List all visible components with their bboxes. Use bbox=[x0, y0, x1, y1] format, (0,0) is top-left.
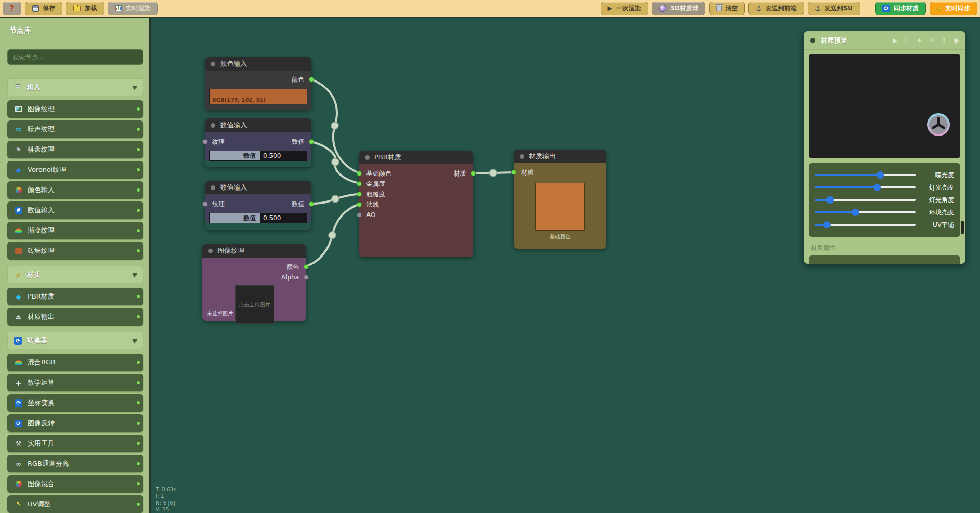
sidebar-item-checker-texture[interactable]: ⚑ 棋盘纹理 bbox=[7, 141, 143, 158]
output-port-color[interactable] bbox=[304, 264, 309, 269]
slider-track[interactable] bbox=[815, 224, 916, 226]
preview-viewport[interactable] bbox=[809, 54, 960, 158]
node-color-input[interactable]: 颜色输入 颜色 RGB(179, 102, 51) bbox=[205, 57, 311, 110]
sidebar-item-utility[interactable]: ⚒ 实用工具 bbox=[7, 435, 143, 452]
node-header[interactable]: PBR材质 bbox=[359, 151, 473, 164]
search-input[interactable] bbox=[7, 49, 143, 65]
send-su-label: 发送到SU bbox=[824, 4, 852, 13]
floppy-icon bbox=[32, 5, 39, 12]
realtime-sync-label: 实时同步 bbox=[945, 4, 970, 13]
node-image-texture[interactable]: 图像纹理 颜色 Alpha 点击上传图片 未选择图片 bbox=[202, 244, 306, 321]
slider-thumb[interactable] bbox=[826, 196, 834, 204]
property-row: 基础颜色: RGB(179, 102, 51) bbox=[815, 261, 954, 264]
sidebar-item-noise-texture[interactable]: ≈ 噪声纹理 bbox=[7, 120, 143, 138]
section-header-input[interactable]: ⏏ 输入 ▼ bbox=[7, 78, 143, 96]
sidebar-item-rgb-split[interactable]: ∞ RGB通道分离 bbox=[7, 455, 143, 473]
sidebar-item-gradient-texture[interactable]: 渐变纹理 bbox=[7, 222, 143, 239]
render-once-button[interactable]: ▶ 一次渲染 bbox=[601, 2, 648, 15]
input-port-ao[interactable] bbox=[357, 212, 362, 218]
input-port-normal[interactable] bbox=[357, 202, 362, 207]
node-header[interactable]: 颜色输入 bbox=[205, 57, 311, 71]
value-field[interactable]: 数值 0.500 bbox=[209, 213, 307, 223]
realtime-render-button[interactable]: 实时渲染 bbox=[108, 2, 158, 15]
input-port-texture[interactable] bbox=[202, 139, 208, 144]
sync-material-button[interactable]: ⟳ 同步材质 bbox=[875, 2, 926, 15]
value-field[interactable]: 数值 0.500 bbox=[209, 151, 307, 161]
slider-track[interactable] bbox=[815, 211, 916, 213]
sidebar-item-image-mix[interactable]: 图像混合 bbox=[7, 475, 143, 493]
sidebar-item-math[interactable]: + 数学运算 bbox=[7, 374, 143, 392]
input-port-roughness[interactable] bbox=[357, 192, 362, 197]
sidebar-item-mix-rgb[interactable]: 混合RGB bbox=[7, 354, 143, 371]
sidebar-item-pbr-material[interactable]: ◆ PBR材质 bbox=[7, 288, 143, 305]
sidebar-item-image-invert[interactable]: ⟳ 图像反转 bbox=[7, 414, 143, 432]
sync-icon: ⟳ bbox=[13, 336, 22, 345]
sidebar-item-image-texture[interactable]: 图像纹理 bbox=[7, 100, 143, 118]
node-header[interactable]: 材质输出 bbox=[514, 150, 606, 163]
output-port-value[interactable] bbox=[309, 201, 314, 207]
node-value-input-1[interactable]: 数值输入 纹理 数值 数值 0.500 bbox=[205, 118, 311, 167]
input-port-basecolor[interactable] bbox=[357, 171, 362, 176]
slider-track[interactable] bbox=[815, 199, 916, 201]
output-port-value[interactable] bbox=[309, 139, 314, 144]
slider-thumb[interactable] bbox=[852, 209, 859, 216]
realtime-sync-button[interactable]: ⚡ 实时同步 bbox=[930, 2, 977, 15]
node-dot-icon bbox=[365, 155, 370, 160]
material-properties-title: 材质属性 bbox=[811, 244, 958, 252]
item-label: Voronoi纹理 bbox=[28, 165, 66, 174]
clear-button[interactable]: 清空 bbox=[709, 2, 745, 15]
brightness-icon[interactable]: ☼ bbox=[929, 37, 935, 44]
sidebar-item-brick-texture[interactable]: 砖块纹理 bbox=[7, 242, 143, 260]
slider-thumb[interactable] bbox=[874, 184, 881, 191]
play-icon[interactable]: ▶ bbox=[893, 37, 897, 44]
send-frontend-button[interactable]: ⚓ 发送到前端 bbox=[748, 2, 804, 15]
material-preview-panel: 材质预览 ▶ ☾ ☀ ☼ ↕ ◉ bbox=[804, 31, 965, 264]
output-port-alpha[interactable] bbox=[304, 275, 309, 280]
status-dot bbox=[137, 422, 140, 425]
slider-track[interactable] bbox=[815, 186, 916, 188]
eye-icon[interactable]: ◉ bbox=[954, 37, 959, 44]
sidebar-item-color-input[interactable]: 颜色输入 bbox=[7, 181, 143, 199]
sidebar-item-uv-adjust[interactable]: ↖ UV调整 bbox=[7, 495, 143, 513]
property-label: 基础颜色: bbox=[815, 263, 842, 264]
sidebar-item-material-output[interactable]: ⏏ 材质输出 bbox=[7, 308, 143, 326]
input-port-texture[interactable] bbox=[202, 201, 208, 207]
upload-image-dropzone[interactable]: 点击上传图片 bbox=[235, 285, 274, 324]
output-port-material[interactable] bbox=[471, 171, 476, 176]
slider-track[interactable] bbox=[815, 174, 916, 176]
sidebar-item-value-input[interactable]: # 数值输入 bbox=[7, 201, 143, 219]
status-dot bbox=[137, 128, 140, 131]
cursor-icon: ↖ bbox=[14, 500, 23, 508]
orientation-icon[interactable]: ↕ bbox=[941, 37, 946, 44]
load-button[interactable]: 加载 bbox=[66, 2, 104, 15]
node-value-input-2[interactable]: 数值输入 纹理 数值 数值 0.500 bbox=[205, 181, 311, 230]
node-material-output[interactable]: 材质输出 材质 基础颜色 bbox=[514, 150, 606, 249]
node-header[interactable]: 数值输入 bbox=[205, 118, 311, 132]
value-field-input[interactable]: 0.500 bbox=[260, 213, 307, 223]
material-ball-button[interactable]: 3D材质球 bbox=[652, 2, 705, 15]
sun-icon[interactable]: ☀ bbox=[917, 37, 922, 44]
send-su-button[interactable]: ⚓ 发送到SU bbox=[808, 2, 860, 15]
value-field-input[interactable]: 0.500 bbox=[260, 151, 307, 160]
output-port-color[interactable] bbox=[309, 77, 314, 82]
moon-icon[interactable]: ☾ bbox=[904, 37, 910, 44]
section-header-converter[interactable]: ⟳ 转换器 ▼ bbox=[7, 332, 143, 349]
save-button[interactable]: 保存 bbox=[25, 2, 62, 15]
section-header-material[interactable]: ⚡ 材质 ▼ bbox=[7, 266, 143, 284]
sidebar-item-coord-transform[interactable]: ⟳ 坐标变换 bbox=[7, 394, 143, 412]
node-header[interactable]: 图像纹理 bbox=[202, 244, 306, 258]
slider-thumb[interactable] bbox=[877, 171, 884, 179]
node-pbr-material[interactable]: PBR材质 基础颜色 材质 金属度 粗糙度 法线 AO bbox=[359, 151, 473, 257]
panel-scrollbar[interactable] bbox=[961, 221, 964, 234]
slider-thumb[interactable] bbox=[823, 221, 831, 228]
node-header[interactable]: 数值输入 bbox=[205, 181, 311, 194]
preview-panel-header[interactable]: 材质预览 ▶ ☾ ☀ ☼ ↕ ◉ bbox=[804, 31, 965, 50]
color-swatch[interactable]: RGB(179, 102, 51) bbox=[209, 89, 307, 104]
sidebar-item-voronoi-texture[interactable]: ◆ Voronoi纹理 bbox=[7, 161, 143, 179]
input-port-metallic[interactable] bbox=[357, 181, 362, 186]
help-button[interactable]: ? bbox=[3, 2, 21, 15]
input-port-material[interactable] bbox=[511, 170, 516, 175]
gem-icon: ◆ bbox=[14, 292, 23, 301]
sync-icon: ⟳ bbox=[882, 5, 890, 12]
item-label: 材质输出 bbox=[28, 312, 55, 321]
